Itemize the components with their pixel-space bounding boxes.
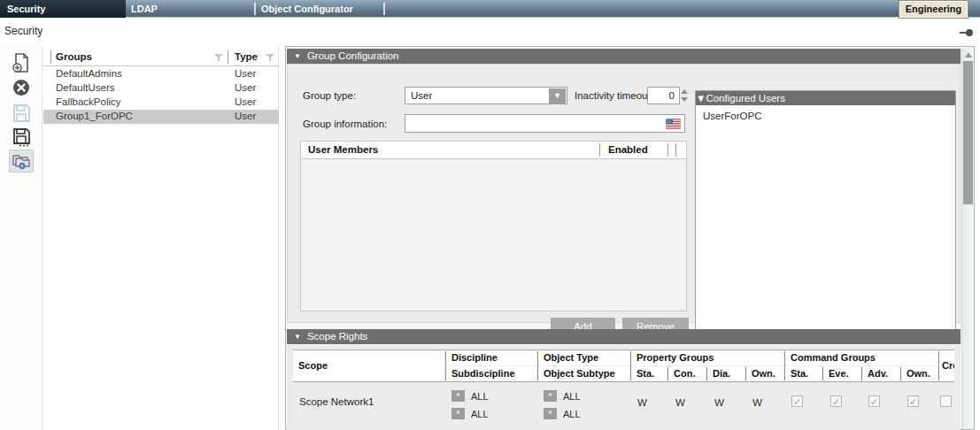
- group-type: User: [235, 111, 256, 121]
- column-separator[interactable]: [599, 143, 600, 157]
- create-column-header[interactable]: Cre: [939, 350, 954, 381]
- group-name: FallbackPolicy: [56, 96, 121, 107]
- vertical-scrollbar[interactable]: [961, 48, 973, 429]
- command-adv-checkbox[interactable]: ✓: [868, 395, 880, 407]
- group-type: User: [235, 96, 256, 107]
- scope-column-header[interactable]: Scope: [293, 350, 444, 381]
- scrollbar-thumb[interactable]: [963, 61, 973, 204]
- property-con-value[interactable]: W: [675, 397, 685, 408]
- command-sta-checkbox[interactable]: ✓: [791, 395, 803, 407]
- configured-users-panel: ▼Configured Users UserForOPC: [695, 90, 956, 335]
- spinner-up-icon[interactable]: [681, 89, 688, 94]
- cmd-own-header[interactable]: Own.: [901, 366, 938, 381]
- tab-separator: [383, 3, 385, 15]
- column-separator[interactable]: [228, 50, 228, 64]
- wildcard-button[interactable]: *: [451, 408, 465, 419]
- wildcard-button[interactable]: *: [544, 408, 557, 419]
- discipline-cell[interactable]: *ALL: [451, 388, 489, 402]
- command-eve-checkbox[interactable]: ✓: [830, 395, 842, 407]
- group-configurator-icon[interactable]: [9, 150, 34, 173]
- language-flag-icon[interactable]: [666, 119, 681, 129]
- new-document-icon[interactable]: [9, 51, 34, 74]
- tab-ldap[interactable]: LDAP: [131, 0, 158, 18]
- group-configuration-header[interactable]: ▼Group Configuration: [287, 49, 961, 64]
- groups-filter-icon[interactable]: [213, 53, 224, 63]
- prop-dia-header[interactable]: Dia.: [707, 366, 745, 381]
- wildcard-button[interactable]: *: [451, 390, 465, 402]
- property-sta-value[interactable]: W: [637, 397, 647, 408]
- group-row[interactable]: FallbackPolicy User: [43, 96, 279, 110]
- prop-con-header[interactable]: Con.: [668, 366, 706, 381]
- inactivity-timeout-label: Inactivity timeout: [575, 90, 651, 101]
- main-panel: ▼Group Configuration Group type: User ▼ …: [285, 46, 975, 430]
- cancel-icon[interactable]: [9, 76, 34, 99]
- create-checkbox[interactable]: [940, 395, 952, 407]
- inactivity-timeout-value: 0: [669, 90, 675, 101]
- group-name: DefaultAdmins: [56, 68, 122, 79]
- object-subtype-cell[interactable]: *ALL: [544, 405, 581, 419]
- chevron-down-icon[interactable]: ▼: [549, 88, 566, 104]
- scroll-up-icon[interactable]: [965, 52, 972, 58]
- group-row[interactable]: DefaultAdmins User: [43, 67, 279, 81]
- tab-security[interactable]: Security: [0, 0, 126, 18]
- discipline-column-header[interactable]: Discipline: [446, 350, 536, 365]
- configured-user-item[interactable]: UserForOPC: [703, 111, 761, 121]
- column-separator[interactable]: [667, 143, 668, 157]
- cmd-eve-header[interactable]: Eve.: [823, 366, 860, 381]
- cmd-adv-header[interactable]: Adv.: [862, 366, 899, 381]
- section-title: Group Configuration: [307, 50, 399, 61]
- group-type-dropdown[interactable]: User ▼: [405, 87, 567, 104]
- property-dia-value[interactable]: W: [714, 397, 724, 408]
- collapse-icon[interactable]: ▼: [294, 49, 301, 64]
- spinner-down-icon[interactable]: [681, 97, 688, 102]
- top-tab-bar: Security LDAP Object Configurator Engine…: [0, 0, 980, 18]
- pin-icon[interactable]: [960, 29, 974, 36]
- section-title: Configured Users: [706, 93, 784, 104]
- collapse-icon[interactable]: ▼: [696, 93, 706, 104]
- object-subtype-column-header[interactable]: Object Subtype: [538, 366, 629, 381]
- collapse-icon[interactable]: ▼: [294, 329, 301, 344]
- section-title: Scope Rights: [307, 331, 367, 342]
- breadcrumb: Security: [4, 25, 42, 37]
- group-name: DefaultUsers: [56, 82, 114, 93]
- object-type-cell[interactable]: *ALL: [544, 388, 581, 402]
- subdiscipline-cell[interactable]: *ALL: [451, 405, 489, 419]
- group-type: User: [235, 82, 256, 93]
- groups-column-header[interactable]: Groups: [56, 51, 92, 62]
- scope-cell[interactable]: Scope Network1: [299, 396, 374, 407]
- property-own-value[interactable]: W: [752, 397, 762, 408]
- group-row[interactable]: DefaultUsers User: [43, 81, 279, 96]
- scope-rights-header[interactable]: ▼Scope Rights: [287, 329, 961, 344]
- enabled-column[interactable]: Enabled: [608, 144, 648, 155]
- group-configuration-body: Group type: User ▼ Inactivity timeout 0 …: [287, 64, 961, 323]
- command-own-checkbox[interactable]: ✓: [907, 395, 919, 407]
- user-members-column[interactable]: User Members: [308, 144, 378, 155]
- subdiscipline-column-header[interactable]: Subdiscipline: [446, 366, 536, 381]
- object-type-column-header[interactable]: Object Type: [538, 350, 629, 365]
- column-resize-handle[interactable]: [50, 50, 51, 64]
- inactivity-timeout-input[interactable]: 0: [647, 87, 680, 104]
- group-type: User: [235, 68, 256, 79]
- tab-separator: [254, 3, 256, 15]
- inactivity-spinner[interactable]: [681, 87, 689, 104]
- configured-users-header[interactable]: ▼Configured Users: [696, 91, 955, 105]
- header-bottom-border: [293, 381, 954, 382]
- prop-own-header[interactable]: Own.: [746, 366, 783, 381]
- prop-sta-header[interactable]: Sta.: [631, 366, 667, 381]
- user-members-table[interactable]: User Members Enabled: [300, 141, 687, 311]
- group-information-label: Group information:: [303, 119, 387, 129]
- type-filter-icon[interactable]: [265, 53, 275, 63]
- object-type-value: ALL: [563, 391, 581, 402]
- scope-rights-body: Scope Discipline Subdiscipline Object Ty…: [287, 345, 961, 430]
- tab-object-configurator[interactable]: Object Configurator: [261, 0, 353, 18]
- tab-engineering[interactable]: Engineering: [899, 1, 968, 18]
- column-separator[interactable]: [675, 143, 676, 157]
- type-column-header[interactable]: Type: [235, 51, 258, 62]
- wildcard-button[interactable]: *: [544, 390, 557, 402]
- group-information-input[interactable]: [405, 114, 685, 133]
- save-icon[interactable]: [9, 101, 34, 124]
- group-row-selected[interactable]: Group1_ForOPC User: [43, 110, 279, 124]
- cmd-sta-header[interactable]: Sta.: [785, 366, 822, 381]
- save-as-icon[interactable]: [9, 126, 34, 149]
- group-type-value: User: [411, 90, 432, 101]
